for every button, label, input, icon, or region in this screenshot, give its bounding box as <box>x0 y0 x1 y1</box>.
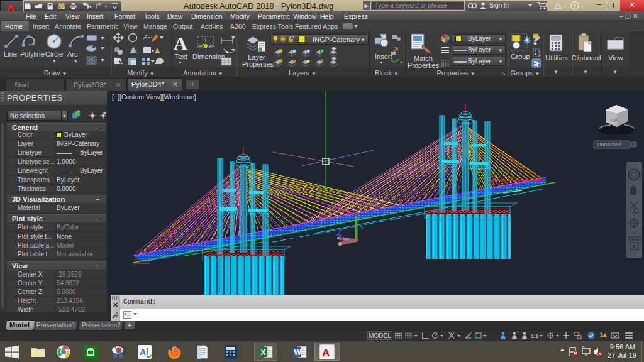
svg-text:A: A <box>322 347 330 359</box>
svg-text:A: A <box>140 347 146 357</box>
svg-text:W: W <box>294 348 302 357</box>
svg-text:1:1: 1:1 <box>531 333 539 339</box>
svg-text:?: ? <box>573 3 577 9</box>
svg-text:Unnamed: Unnamed <box>597 141 621 148</box>
svg-text:[−][Custom View][Wireframe]: [−][Custom View][Wireframe] <box>112 93 196 101</box>
svg-text:TOP: TOP <box>610 118 618 123</box>
svg-text:X: X <box>261 348 266 357</box>
